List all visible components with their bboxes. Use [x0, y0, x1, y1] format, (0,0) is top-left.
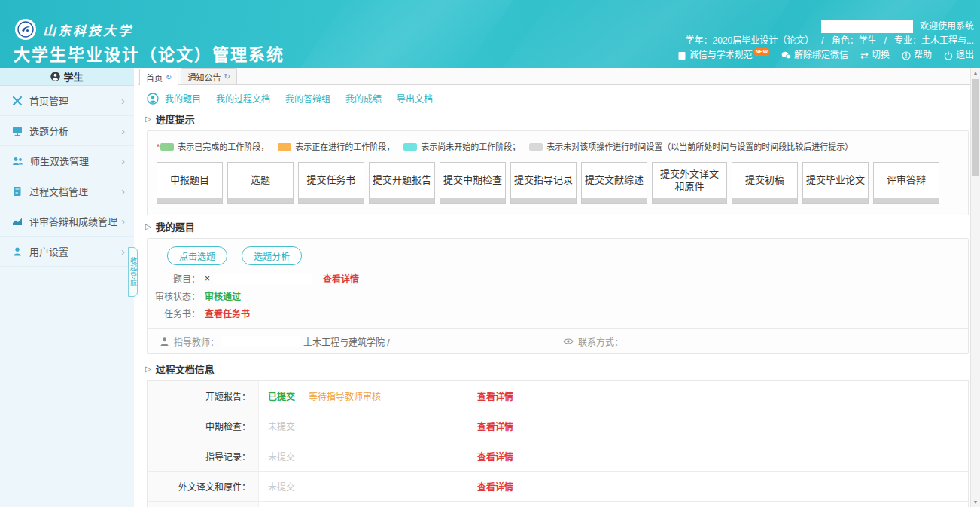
wechat-icon	[781, 51, 791, 60]
sidebar-item-mutual-selection[interactable]: 师生双选管理 ›	[0, 146, 134, 176]
quick-links-row: 我的题目 我的过程文档 我的答辩组 我的成绩 导出文档	[144, 85, 980, 108]
stage-boxes-row: 申报题目 选题 提交任务书 提交开题报告 提交中期检查 提交指导记录 提交文献综…	[157, 162, 959, 204]
my-topic-panel: 点击选题 选题分析 题目： × 查看详情 审核状态： 审核通过 任务书： 查看任…	[147, 238, 969, 354]
masked-username	[821, 20, 913, 33]
sidebar: 学生 首页管理 › 选题分析 › 师生双选管理 ›	[0, 68, 134, 507]
section-arrow-icon: ▷	[145, 115, 151, 123]
sidebar-item-label: 过程文档管理	[29, 184, 121, 198]
main-area: 首页 ↻ 通知公告 ↻ 我的题目 我的过程文档 我的答辩组 我的成绩 导出文档 …	[138, 68, 980, 507]
status-extra: 等待指导教师审核	[309, 389, 381, 402]
view-detail-link[interactable]: 查看详情	[477, 450, 513, 463]
switch-icon: ⇄	[860, 48, 869, 63]
sidebar-item-user-settings[interactable]: 用户设置 ›	[0, 237, 134, 267]
chevron-right-icon: ›	[121, 245, 125, 258]
tools-icon	[12, 96, 23, 106]
university-logo	[15, 19, 36, 40]
table-row: 外文译文和原件： 未提交 查看详情	[148, 472, 968, 502]
process-docs-table: 开题报告： 已提交等待指导教师审核 查看详情 中期检查： 未提交 查看详情 指导…	[147, 380, 969, 507]
section-progress-title: ▷ 进度提示	[145, 111, 980, 126]
chevron-right-icon: ›	[121, 94, 125, 107]
section-process-docs-title: ▷ 过程文档信息	[145, 362, 980, 376]
legend-swatch-notimeset	[529, 143, 543, 151]
view-detail-link[interactable]: 查看详情	[477, 420, 513, 432]
collapse-nav-tab[interactable]: 收起导航	[128, 247, 138, 297]
stage-status-strip	[157, 198, 222, 203]
vertical-scrollbar[interactable]: ▲ ▼	[970, 68, 980, 507]
stage-box: 提交毕业论文	[802, 162, 869, 204]
quick-link-my-topic[interactable]: 我的题目	[165, 92, 201, 105]
advisor-label: 指导教师：	[174, 335, 219, 348]
quick-link-my-defense-group[interactable]: 我的答辩组	[285, 92, 330, 105]
quick-link-export-docs[interactable]: 导出文档	[397, 92, 433, 105]
masked-advisor-name	[222, 336, 300, 347]
table-row: 指导记录： 未提交 查看详情	[148, 441, 968, 472]
header-decoration	[289, 0, 523, 68]
power-icon	[944, 51, 953, 60]
topic-detail-link[interactable]: 查看详情	[323, 272, 359, 285]
sidebar-item-process-docs[interactable]: 过程文档管理 ›	[0, 176, 134, 206]
legend-swatch-inprogress	[278, 143, 291, 151]
system-title: 大学生毕业设计（论文）管理系统	[14, 41, 285, 65]
stage-status-strip	[582, 198, 647, 203]
topic-analysis-button[interactable]: 选题分析	[242, 246, 302, 265]
refresh-icon[interactable]: ↻	[224, 72, 230, 81]
unbind-wechat-link[interactable]: 解除绑定微信	[781, 48, 848, 63]
help-icon	[902, 51, 911, 60]
stage-status-strip	[370, 198, 434, 203]
sidebar-item-label: 选题分析	[29, 124, 121, 138]
student-badge-icon	[147, 93, 159, 105]
view-detail-link[interactable]: 查看详情	[477, 389, 513, 402]
stage-box: 提交初稿	[732, 162, 798, 204]
scrollbar-thumb[interactable]	[972, 79, 979, 176]
stage-status-strip	[299, 198, 364, 203]
stage-box: 选题	[227, 162, 294, 204]
chevron-right-icon: ›	[121, 185, 125, 197]
chart-icon	[12, 216, 23, 227]
view-task-book-link[interactable]: 查看任务书	[205, 307, 250, 319]
sidebar-item-home[interactable]: 首页管理 ›	[0, 86, 134, 116]
scroll-up-arrow-icon[interactable]: ▲	[971, 68, 980, 78]
collapse-nav-label: 收起导航	[129, 257, 137, 287]
legend-swatch-notstarted	[403, 143, 417, 151]
stage-box: 提交指导记录	[510, 162, 577, 204]
legend-swatch-completed	[160, 143, 174, 151]
stage-box: 提交开题报告	[369, 162, 435, 204]
status-badge: 未提交	[268, 450, 295, 463]
quick-link-my-process-docs[interactable]: 我的过程文档	[216, 92, 270, 105]
section-my-topic-title: ▷ 我的题目	[145, 219, 980, 234]
select-topic-button[interactable]: 点击选题	[167, 246, 227, 265]
review-status-value: 审核通过	[205, 289, 241, 302]
tab-notices[interactable]: 通知公告 ↻	[181, 68, 236, 84]
status-badge: 已提交	[268, 389, 295, 402]
masked-topic-title	[213, 273, 312, 284]
sidebar-item-topic-analysis[interactable]: 选题分析 ›	[0, 116, 134, 146]
switch-role-link[interactable]: ⇄ 切换	[860, 48, 890, 63]
scroll-down-arrow-icon[interactable]: ▼	[971, 497, 980, 507]
view-detail-link[interactable]: 查看详情	[477, 480, 513, 493]
user-meta: 学年：2020届毕业设计（论文）/角色：学生/专业：土木工程与...	[665, 34, 974, 48]
table-row: 文献综述： 未提交 查看详情	[148, 502, 968, 507]
stage-status-strip	[732, 198, 797, 203]
chevron-right-icon: ›	[121, 154, 125, 167]
help-link[interactable]: 帮助	[902, 48, 932, 63]
sidebar-item-review-grades[interactable]: 评审答辩和成绩管理 ›	[0, 206, 134, 237]
required-star: *	[157, 142, 160, 151]
integrity-rules-link[interactable]: 诚信与学术规范NEW	[677, 48, 769, 63]
app-header: 山东科技大学 大学生毕业设计（论文）管理系统 欢迎使用系统 学年：2020届毕业…	[0, 0, 980, 68]
stage-status-strip	[511, 198, 576, 203]
monitor-icon	[12, 126, 23, 136]
user-icon	[12, 246, 23, 257]
stage-box: 提交文献综述	[581, 162, 647, 204]
topic-value-prefix: ×	[205, 273, 210, 284]
chevron-right-icon: ›	[121, 124, 125, 137]
task-book-label: 任务书：	[148, 307, 200, 319]
logout-link[interactable]: 退出	[944, 48, 974, 63]
quick-link-my-grades[interactable]: 我的成绩	[345, 92, 382, 105]
tab-home[interactable]: 首页 ↻	[139, 69, 178, 85]
user-badge-icon	[50, 72, 60, 81]
sidebar-item-label: 首页管理	[29, 93, 121, 108]
refresh-icon[interactable]: ↻	[166, 73, 172, 81]
stage-status-strip	[874, 198, 939, 203]
section-arrow-icon: ▷	[145, 365, 151, 373]
section-arrow-icon: ▷	[145, 222, 151, 231]
